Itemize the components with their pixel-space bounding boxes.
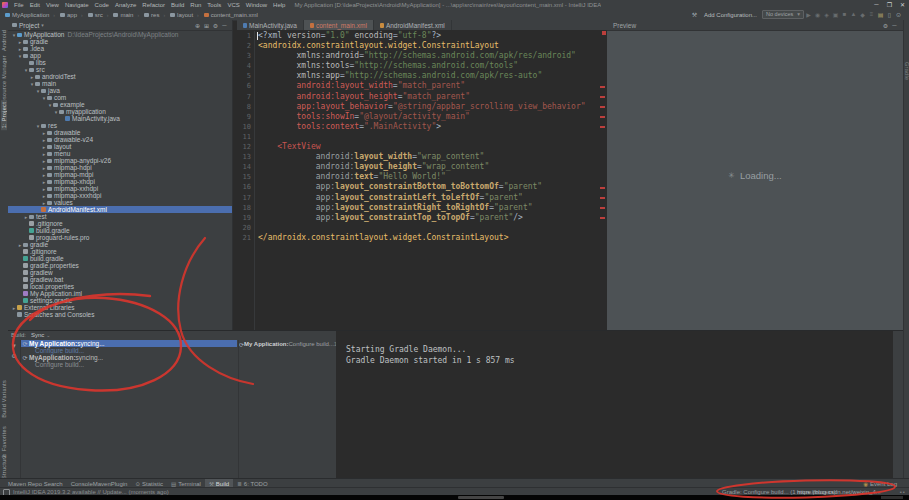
tree-item-res[interactable]: ▾res [8, 122, 232, 129]
breadcrumb-item-myapplication[interactable]: MyApplication [5, 12, 49, 18]
tree-item--idea[interactable]: ▸.idea [8, 45, 232, 52]
gear-icon[interactable]: ⚙ [8, 352, 20, 359]
device-manager-icon[interactable]: ▯ [885, 11, 894, 18]
tree-item-local-properties[interactable]: local.properties [8, 283, 232, 290]
tree-item-values[interactable]: ▸values [8, 199, 232, 206]
menu-file[interactable]: File [11, 2, 27, 8]
device-selector[interactable]: No devices ▾ [762, 10, 804, 19]
tree-item--gitignore[interactable]: .gitignore [8, 248, 232, 255]
menu-navigate[interactable]: Navigate [62, 2, 92, 8]
menu-help[interactable]: Help [270, 2, 288, 8]
tool-strip-tab-build-variants[interactable]: Build Variants [1, 380, 7, 418]
build-row[interactable]: Configure build... [21, 347, 237, 354]
breadcrumb-item-app[interactable]: app [60, 12, 77, 18]
tool-strip-tab-resource-manager[interactable]: Resource Manager [1, 55, 7, 107]
tree-item-libs[interactable]: libs [8, 59, 232, 66]
tree-item-build-gradle[interactable]: build.gradle [8, 227, 232, 234]
tree-item-gradle-properties[interactable]: gradle.properties [8, 262, 232, 269]
settings-gear-icon[interactable]: ⚙ [881, 22, 890, 29]
minimize-button[interactable]: ─ [870, 1, 883, 8]
breadcrumb-item-main[interactable]: main [113, 12, 133, 18]
tree-item-mipmap-xxhdpi[interactable]: ▸mipmap-xxhdpi [8, 185, 232, 192]
menu-build[interactable]: Build [168, 2, 187, 8]
editor-tab-androidmanifest-xml[interactable]: AndroidManifest.xml [374, 20, 452, 30]
tool-strip-tab-1-project[interactable]: 1: Project [1, 100, 7, 130]
tool-strip-tab-gradle[interactable]: Gradle [904, 62, 909, 80]
menu-analyze[interactable]: Analyze [112, 2, 139, 8]
add-configuration-button[interactable]: Add Configuration... [704, 12, 757, 18]
tree-item-example[interactable]: ▾example [8, 101, 232, 108]
build-row[interactable]: ⟳MyApplication: syncing... [21, 354, 237, 361]
project-tree[interactable]: ▾MyApplicationD:\IdeaProjects\Android\My… [8, 31, 232, 330]
tree-item-myapplication[interactable]: ▾MyApplicationD:\IdeaProjects\Android\My… [8, 31, 232, 38]
menu-tools[interactable]: Tools [204, 2, 224, 8]
tree-item-mipmap-anydpi-v26[interactable]: ▸mipmap-anydpi-v26 [8, 157, 232, 164]
tree-item-mipmap-mdpi[interactable]: ▸mipmap-mdpi [8, 171, 232, 178]
tree-item-myapplication[interactable]: ▾myapplication [8, 108, 232, 115]
tree-item-gradle[interactable]: ▸gradle [8, 38, 232, 45]
tree-item-settings-gradle[interactable]: settings.gradle [8, 297, 232, 304]
tree-item-external-libraries[interactable]: ▸External Libraries [8, 304, 232, 311]
attach-icon[interactable]: ▲ [849, 11, 858, 18]
menu-window[interactable]: Window [243, 2, 270, 8]
build-console[interactable]: Starting Gradle Daemon...Gradle Daemon s… [336, 331, 893, 479]
debug-icon[interactable]: ◉ [813, 11, 822, 18]
tree-item-drawable-v24[interactable]: ▸drawable-v24 [8, 136, 232, 143]
project-panel-title[interactable]: Project [19, 22, 39, 29]
settings-gear-icon[interactable]: ⚙ [211, 22, 220, 29]
tree-item-androidtest[interactable]: ▸androidTest [8, 73, 232, 80]
menu-edit[interactable]: Edit [27, 2, 43, 8]
tool-strip-tab-android[interactable]: Android [1, 30, 7, 51]
breadcrumb-item-res[interactable]: res [144, 12, 159, 18]
sync-icon[interactable]: ◆ [858, 11, 867, 18]
tree-item--gitignore[interactable]: .gitignore [8, 220, 232, 227]
hide-panel-icon[interactable]: ─ [890, 22, 899, 29]
profile-icon[interactable]: ◈ [822, 11, 831, 18]
tree-item-src[interactable]: ▾src [8, 66, 232, 73]
device-file-explorer-icon[interactable]: ▤ [876, 11, 885, 18]
breadcrumb-item-src[interactable]: src [88, 12, 103, 18]
tree-item-mainactivity-java[interactable]: MainActivity.java [8, 115, 232, 122]
menu-vcs[interactable]: VCS [224, 2, 242, 8]
tree-item-gradle[interactable]: ▸gradle [8, 241, 232, 248]
editor-tab-mainactivity-java[interactable]: MainActivity.java [237, 20, 304, 30]
build-task-tree[interactable]: ⟳My Application: syncing...Configure bui… [21, 340, 237, 479]
breadcrumb-item-layout[interactable]: layout [170, 12, 193, 18]
menu-run[interactable]: Run [187, 2, 204, 8]
tree-item-scratches-and-consoles[interactable]: Scratches and Consoles [8, 311, 232, 318]
coverage-icon[interactable]: ▣ [831, 11, 840, 18]
hide-panel-icon[interactable]: ─ [220, 22, 229, 29]
tree-item-gradlew[interactable]: gradlew [8, 269, 232, 276]
tree-item-menu[interactable]: ▸menu [8, 150, 232, 157]
tree-item-my-application-iml[interactable]: My Application.iml [8, 290, 232, 297]
build-row[interactable]: Configure build... [21, 361, 237, 368]
tree-item-java[interactable]: ▾java [8, 87, 232, 94]
stop-icon[interactable]: ■ [840, 11, 849, 18]
tree-item-test[interactable]: ▸test [8, 213, 232, 220]
tree-item-gradlew-bat[interactable]: gradlew.bat [8, 276, 232, 283]
search-everywhere-icon[interactable]: ⊙ [894, 11, 903, 18]
close-button[interactable]: ✕ [896, 1, 909, 8]
tree-item-androidmanifest-xml[interactable]: AndroidManifest.xml [8, 206, 232, 213]
filter-icon[interactable]: ▼ [8, 343, 20, 349]
wrench-icon[interactable]: ⚒ [690, 11, 699, 18]
tree-item-app[interactable]: ▾app [8, 52, 232, 59]
tree-item-com[interactable]: ▾com [8, 94, 232, 101]
tree-item-drawable[interactable]: ▸drawable [8, 129, 232, 136]
locate-file-icon[interactable]: ⊕ [193, 22, 202, 29]
maximize-button[interactable]: ❐ [883, 1, 896, 8]
tree-item-proguard-rules-pro[interactable]: proguard-rules.pro [8, 234, 232, 241]
tab-preview[interactable]: Preview [607, 22, 642, 29]
code-editor[interactable]: <?xml version="1.0" encoding="utf-8"?><a… [258, 31, 599, 330]
menu-code[interactable]: Code [92, 2, 112, 8]
menu-view[interactable]: View [43, 2, 62, 8]
build-row[interactable]: ⟳My Application: syncing... [21, 340, 237, 347]
menu-refactor[interactable]: Refactor [139, 2, 168, 8]
tree-item-mipmap-hdpi[interactable]: ▸mipmap-hdpi [8, 164, 232, 171]
tree-item-main[interactable]: ▾main [8, 80, 232, 87]
breadcrumb-item-content_main.xml[interactable]: content_main.xml [204, 12, 258, 18]
tree-item-layout[interactable]: ▸layout [8, 143, 232, 150]
tree-item-build-gradle[interactable]: build.gradle [8, 255, 232, 262]
run-icon[interactable]: ▶ [804, 11, 813, 18]
tab-sync[interactable]: Sync [31, 332, 44, 338]
